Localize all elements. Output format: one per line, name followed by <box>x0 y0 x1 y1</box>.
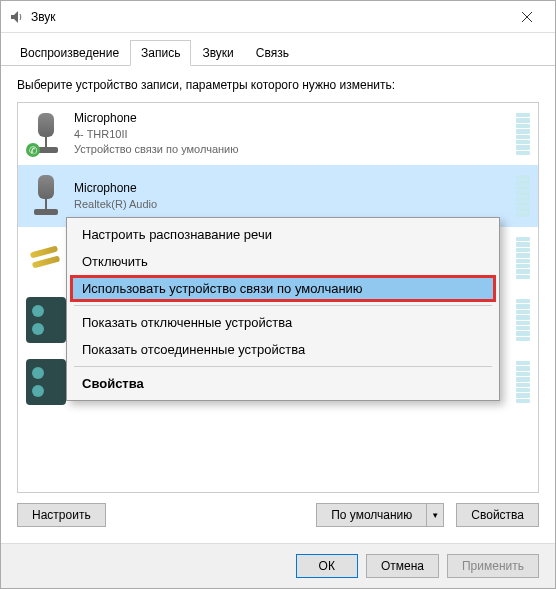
ok-button[interactable]: ОК <box>296 554 358 578</box>
voicemeeter-icon <box>26 359 66 405</box>
menu-properties[interactable]: Свойства <box>70 370 496 397</box>
vu-meter <box>516 299 530 341</box>
menu-separator <box>74 366 492 367</box>
instruction-text: Выберите устройство записи, параметры ко… <box>17 78 539 92</box>
device-info: Microphone 4- THR10II Устройство связи п… <box>74 110 508 158</box>
tab-playback[interactable]: Воспроизведение <box>9 40 130 66</box>
sound-dialog: Звук Воспроизведение Запись Звуки Связь … <box>0 0 556 589</box>
list-button-bar: Настроить По умолчанию ▼ Свойства <box>17 493 539 531</box>
default-comm-badge-icon <box>26 143 40 157</box>
menu-use-default-comm[interactable]: Использовать устройство связи по умолчан… <box>70 275 496 302</box>
menu-configure-speech[interactable]: Настроить распознавание речи <box>70 221 496 248</box>
close-icon <box>521 11 533 23</box>
chevron-down-icon: ▼ <box>431 511 439 520</box>
menu-show-disabled[interactable]: Показать отключенные устройства <box>70 309 496 336</box>
vu-meter <box>516 237 530 279</box>
default-split-button[interactable]: По умолчанию ▼ <box>316 503 444 527</box>
dialog-footer: ОК Отмена Применить <box>1 543 555 588</box>
close-button[interactable] <box>507 2 547 32</box>
microphone-icon <box>26 173 66 219</box>
line-in-icon <box>26 235 66 281</box>
context-menu: Настроить распознавание речи Отключить И… <box>66 217 500 401</box>
device-row[interactable]: Microphone 4- THR10II Устройство связи п… <box>18 103 538 165</box>
properties-button[interactable]: Свойства <box>456 503 539 527</box>
device-subtitle: 4- THR10II <box>74 127 508 142</box>
cancel-button[interactable]: Отмена <box>366 554 439 578</box>
menu-separator <box>74 305 492 306</box>
tab-sounds[interactable]: Звуки <box>191 40 244 66</box>
apply-button[interactable]: Применить <box>447 554 539 578</box>
menu-show-disconnected[interactable]: Показать отсоединенные устройства <box>70 336 496 363</box>
vu-meter <box>516 175 530 217</box>
device-info: Microphone Realtek(R) Audio <box>74 180 508 212</box>
menu-disable[interactable]: Отключить <box>70 248 496 275</box>
default-button[interactable]: По умолчанию <box>316 503 426 527</box>
speaker-icon <box>9 9 25 25</box>
microphone-icon <box>26 111 66 157</box>
device-name: Microphone <box>74 180 508 197</box>
vu-meter <box>516 361 530 403</box>
device-subtitle: Realtek(R) Audio <box>74 197 508 212</box>
voicemeeter-icon <box>26 297 66 343</box>
window-title: Звук <box>31 10 507 24</box>
tab-recording[interactable]: Запись <box>130 40 191 66</box>
device-status: Устройство связи по умолчанию <box>74 142 508 157</box>
device-name: Microphone <box>74 110 508 127</box>
tab-content: Выберите устройство записи, параметры ко… <box>1 66 555 543</box>
configure-button[interactable]: Настроить <box>17 503 106 527</box>
device-list[interactable]: Microphone 4- THR10II Устройство связи п… <box>17 102 539 493</box>
titlebar: Звук <box>1 1 555 33</box>
vu-meter <box>516 113 530 155</box>
tab-strip: Воспроизведение Запись Звуки Связь <box>1 33 555 66</box>
default-dropdown[interactable]: ▼ <box>426 503 444 527</box>
tab-communication[interactable]: Связь <box>245 40 300 66</box>
